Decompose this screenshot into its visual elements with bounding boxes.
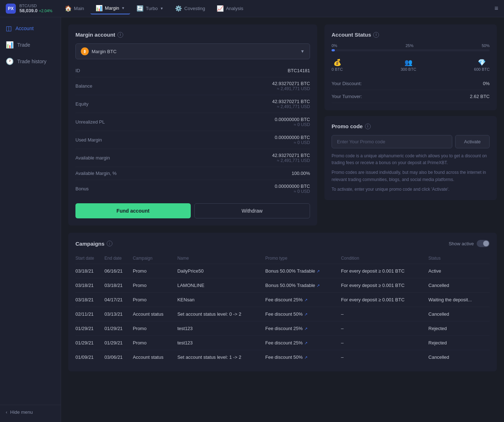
row-secondary-value: ≈ 0 USD xyxy=(275,189,310,194)
nav-label: Covesting xyxy=(184,6,205,11)
account-row: Equity 42.93270271 BTC ≈ 2,491,771 USD xyxy=(75,95,310,113)
external-link-icon[interactable]: ↗ xyxy=(304,341,308,346)
external-link-icon[interactable]: ↗ xyxy=(304,326,308,331)
cell-promo-type: Fee discount 25%↗ xyxy=(265,336,341,350)
external-link-icon[interactable]: ↗ xyxy=(304,355,308,360)
cell-end-date: 01/29/21 xyxy=(105,321,133,336)
hide-menu-button[interactable]: ‹ Hide menu xyxy=(0,405,61,419)
ticker-pair: BTC/USD xyxy=(19,4,52,8)
row-value: BTC14181 xyxy=(288,68,310,73)
cell-end-date: 01/29/21 xyxy=(105,336,133,350)
withdraw-button[interactable]: Withdraw xyxy=(194,203,310,218)
action-buttons: Fund account Withdraw xyxy=(75,203,310,218)
nav-label: Analysis xyxy=(226,6,243,11)
table-header-start-date: Start date xyxy=(75,253,105,264)
cell-promo-type: Fee discount 25%↗ xyxy=(265,321,341,336)
cell-campaign: Promo xyxy=(133,264,177,278)
ticker-change: +2.04% xyxy=(39,9,52,13)
external-link-icon[interactable]: ↗ xyxy=(304,298,308,302)
row-label: Used Margin xyxy=(75,137,102,143)
progress-fill xyxy=(332,49,335,51)
cell-end-date: 06/16/21 xyxy=(105,264,133,278)
show-active-label: Show active xyxy=(449,241,474,246)
cell-condition: For every deposit ≥ 0.001 BTC xyxy=(341,264,428,278)
promo-code-title: Promo code i xyxy=(332,123,490,129)
cell-status: Cancelled xyxy=(429,350,490,365)
cell-campaign: Account status xyxy=(133,350,177,365)
cell-status: Rejected xyxy=(429,321,490,336)
top-navigation: PX BTC/USD 58,039.0 +2.04% 🏠 Main 📊 Marg… xyxy=(0,0,504,17)
activate-button[interactable]: Activate xyxy=(455,135,490,148)
show-active-toggle[interactable] xyxy=(477,240,490,247)
cell-status: Cancelled xyxy=(429,278,490,293)
main-content: Margin account i ₿ Margin BTC ▼ ID BTC14… xyxy=(61,17,504,422)
nav-item-covesting[interactable]: ⚙️ Covesting xyxy=(170,3,210,14)
campaigns-info-icon[interactable]: i xyxy=(107,241,112,246)
logo[interactable]: PX BTC/USD 58,039.0 +2.04% xyxy=(6,4,52,14)
account-status-title: Account Status i xyxy=(332,32,490,38)
margin-account-info-icon[interactable]: i xyxy=(117,32,123,38)
marker-600btc: 💎 600 BTC xyxy=(474,59,490,71)
cell-condition: – xyxy=(341,336,428,350)
row-label: ID xyxy=(75,68,80,73)
row-primary-value: 100.00% xyxy=(292,171,310,176)
external-link-icon[interactable]: ↗ xyxy=(316,283,320,288)
cell-promo-type: Bonus 50.00% Tradable↗ xyxy=(265,278,341,293)
row-primary-value: 42.93270271 BTC xyxy=(272,99,310,104)
external-link-icon[interactable]: ↗ xyxy=(316,269,320,274)
nav-label: Main xyxy=(74,6,84,11)
table-row: 03/18/21 06/16/21 Promo DailyPrice50 Bon… xyxy=(75,264,490,278)
main-layout: ◫ Account📊 Trade🕐 Trade history ‹ Hide m… xyxy=(0,17,504,422)
row-primary-value: 0.00000000 BTC xyxy=(275,117,310,122)
cell-name: Set account status level: 0 -> 2 xyxy=(177,307,265,321)
selected-account-label: Margin BTC xyxy=(92,49,116,54)
row-label: Equity xyxy=(75,101,88,107)
table-row: 01/29/21 01/29/21 Promo test123 Fee disc… xyxy=(75,336,490,350)
nav-item-main[interactable]: 🏠 Main xyxy=(60,3,89,14)
hamburger-menu-icon[interactable]: ≡ xyxy=(494,5,498,12)
row-value: 42.93270271 BTC ≈ 2,491,771 USD xyxy=(272,81,310,91)
nav-item-margin[interactable]: 📊 Margin ▼ xyxy=(91,3,130,14)
cell-status: Rejected xyxy=(429,336,490,350)
external-link-icon[interactable]: ↗ xyxy=(304,312,308,317)
nav-item-analysis[interactable]: 📈 Analysis xyxy=(212,3,248,14)
promo-input-row: Activate xyxy=(332,135,490,148)
cell-name: KENsan xyxy=(177,293,265,307)
cell-promo-type: Bonus 50.00% Tradable↗ xyxy=(265,264,341,278)
sidebar-item-trade[interactable]: 📊 Trade xyxy=(0,37,61,53)
row-secondary-value: ≈ 0 USD xyxy=(275,122,310,127)
nav-icon-covesting: ⚙️ xyxy=(175,5,182,12)
account-row: Available Margin, % 100.00% xyxy=(75,167,310,180)
table-row: 02/11/21 03/13/21 Account status Set acc… xyxy=(75,307,490,321)
account-status-info-icon[interactable]: i xyxy=(373,32,379,38)
fund-account-button[interactable]: Fund account xyxy=(75,203,191,218)
account-dropdown[interactable]: ₿ Margin BTC ▼ xyxy=(75,43,310,59)
promo-code-info-icon[interactable]: i xyxy=(365,124,371,129)
ticker-price: 58,039.0 xyxy=(19,8,38,13)
turnover-label: Your Turnover: xyxy=(332,94,362,99)
row-value: 42.93270271 BTC ≈ 2,491,771 USD xyxy=(272,99,310,109)
campaigns-title: Campaigns xyxy=(75,241,105,247)
table-row: 03/18/21 03/18/21 Promo LAMONLINE Bonus … xyxy=(75,278,490,293)
row-primary-value: BTC14181 xyxy=(288,68,310,73)
cell-name: DailyPrice50 xyxy=(177,264,265,278)
marker-0btc: 💰 0 BTC xyxy=(332,59,343,71)
progress-bar xyxy=(332,49,490,51)
table-header-promo-type: Promo type xyxy=(265,253,341,264)
nav-label: Turbo xyxy=(146,6,158,11)
table-row: 01/09/21 03/06/21 Account status Set acc… xyxy=(75,350,490,365)
logo-icon: PX xyxy=(6,4,16,14)
progress-markers: 💰 0 BTC 👥 300 BTC 💎 600 BTC xyxy=(332,59,490,71)
row-secondary-value: ≈ 2,491,771 USD xyxy=(272,158,310,163)
sidebar-item-account[interactable]: ◫ Account xyxy=(0,20,61,37)
promo-code-input[interactable] xyxy=(332,135,452,148)
account-status-card: Account Status i 0% 25% 50% 💰 0 xyxy=(324,24,497,110)
nav-item-turbo[interactable]: 🔄 Turbo ▼ xyxy=(131,3,168,14)
cell-condition: – xyxy=(341,350,428,365)
table-header-condition: Condition xyxy=(341,253,428,264)
campaigns-table-head: Start dateEnd dateCampaignNamePromo type… xyxy=(75,253,490,264)
cell-campaign: Promo xyxy=(133,278,177,293)
sidebar-icon: ◫ xyxy=(6,24,12,32)
promo-description-text: Promo code is a unique alphanumeric code… xyxy=(332,153,490,166)
sidebar-item-trade-history[interactable]: 🕐 Trade history xyxy=(0,53,61,70)
